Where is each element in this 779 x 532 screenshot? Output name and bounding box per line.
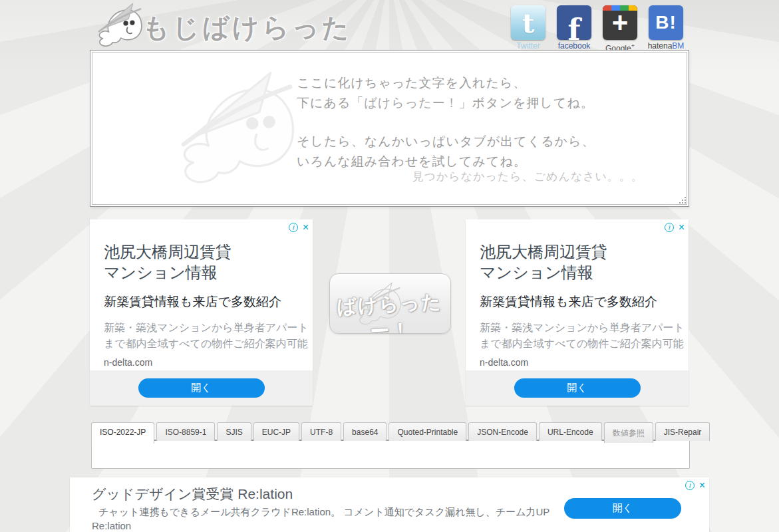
tab-jis-repair[interactable]: JIS-Repair <box>655 422 710 441</box>
hatena-label: hatenaBM <box>648 42 685 50</box>
ghost-logo-icon <box>90 1 149 51</box>
page-title: もじばけらった <box>142 9 352 46</box>
ad-open-button[interactable]: 開く <box>514 378 641 398</box>
ad-body: 新築・築浅マンションから単身者アパート まで都内全域すべての物件ご紹介案内可能 <box>104 320 313 352</box>
ad-heading: 池尻大橋周辺賃貸 マンション情報 <box>480 241 689 283</box>
ad-badges: i × <box>289 223 309 232</box>
facebook-label: facebook <box>558 42 591 50</box>
tab-iso-2022-jp[interactable]: ISO-2022-JP <box>91 422 154 444</box>
ad-heading: 池尻大橋周辺賃貸 マンション情報 <box>104 241 313 283</box>
tab-utf-8[interactable]: UTF-8 <box>301 422 341 441</box>
bakeratta-button-label: ばけらったー！ <box>329 288 451 334</box>
ad-card-right: i × 池尻大橋周辺賃貸 マンション情報 新築賃貸情報も来店で多数紹介 新築・築… <box>466 219 689 406</box>
hatena-icon[interactable]: B! <box>649 5 683 40</box>
twitter-share-button[interactable]: t Twitter <box>511 5 545 53</box>
tab-suuchi-sanshou[interactable]: 数値参照 <box>604 422 653 443</box>
bakeratta-button[interactable]: ばけらったー！ <box>329 273 451 334</box>
tab-quoted-printable[interactable]: Quoted-Printable <box>389 422 466 441</box>
ad-badges: i × <box>685 481 705 490</box>
resize-grip[interactable] <box>679 196 687 204</box>
ad-url: n-delta.com <box>104 357 313 368</box>
ad-close-icon[interactable]: × <box>303 223 309 232</box>
ad-card-left: i × 池尻大橋周辺賃貸 マンション情報 新築賃貸情報も来店で多数紹介 新築・築… <box>90 219 313 406</box>
placeholder-line: そしたら、なんかいっぱいタブが出てくるから、 <box>297 132 595 152</box>
adchoices-info-icon[interactable]: i <box>665 223 674 232</box>
ad-badges: i × <box>665 223 685 232</box>
ad-url: n-delta.com <box>480 357 689 368</box>
ad-subhead: 新築賃貸情報も来店で多数紹介 <box>480 293 689 311</box>
ad-open-button[interactable]: 開く <box>138 378 265 398</box>
ad-subhead: 新築賃貸情報も来店で多数紹介 <box>104 293 313 311</box>
bottom-ad-open-button[interactable]: 開く <box>564 498 681 519</box>
placeholder-line: ここに化けちゃった文字を入れたら、 <box>297 73 595 93</box>
placeholder-line: いろんな組み合わせを試してみてね。 <box>297 152 595 172</box>
bottom-ad-card: i × グッドデザイン賞受賞 Re:lation チャット連携もできるメール共有… <box>70 477 709 532</box>
ad-body: 新築・築浅マンションから単身者アパート まで都内全域すべての物件ご紹介案内可能 <box>480 320 689 352</box>
tab-euc-jp[interactable]: EUC-JP <box>253 422 299 441</box>
encoding-tab-row: ISO-2022-JPISO-8859-1SJISEUC-JPUTF-8base… <box>91 422 690 444</box>
ad-footer: 開く <box>90 370 313 406</box>
googleplus-share-button[interactable]: + Google+ <box>603 5 637 53</box>
tab-url-encode[interactable]: URL-Encode <box>539 422 602 441</box>
twitter-label: Twitter <box>516 42 540 50</box>
ad-footer: 開く <box>466 370 689 406</box>
googleplus-icon[interactable]: + <box>603 5 637 40</box>
ad-close-icon[interactable]: × <box>679 223 685 232</box>
placeholder-hint: 見つからなかったら、ごめんなさい。。。 <box>412 169 643 184</box>
hatena-bookmark-button[interactable]: B! hatenaBM <box>649 5 683 53</box>
tab-json-encode[interactable]: JSON-Encode <box>468 422 537 441</box>
adchoices-info-icon[interactable]: i <box>685 481 695 490</box>
tab-sjis[interactable]: SJIS <box>217 422 251 441</box>
twitter-icon[interactable]: t <box>511 5 545 40</box>
bottom-ad-title: グッドデザイン賞受賞 Re:lation <box>92 485 293 503</box>
facebook-share-button[interactable]: f facebook <box>557 5 591 53</box>
input-placeholder: ここに化けちゃった文字を入れたら、 下にある「ばけらったー！」ボタンを押してね。… <box>297 73 595 171</box>
facebook-icon[interactable]: f <box>557 5 591 40</box>
bottom-ad-brand: Re:lation <box>92 520 131 531</box>
placeholder-line: 下にある「ばけらったー！」ボタンを押してね。 <box>297 93 595 113</box>
tab-iso-8859-1[interactable]: ISO-8859-1 <box>156 422 215 441</box>
result-textarea[interactable] <box>91 440 690 469</box>
ad-close-icon[interactable]: × <box>699 481 705 490</box>
bottom-ad-description: チャット連携もできるメール共有クラウドRe:lation。 コメント通知でタスク… <box>98 506 549 519</box>
tab-base64[interactable]: base64 <box>343 422 387 441</box>
mojibake-input[interactable]: ここに化けちゃった文字を入れたら、 下にある「ばけらったー！」ボタンを押してね。… <box>90 50 689 207</box>
adchoices-info-icon[interactable]: i <box>289 223 298 232</box>
social-bar: t Twitter f facebook + Google+ B! hatena… <box>511 5 683 53</box>
